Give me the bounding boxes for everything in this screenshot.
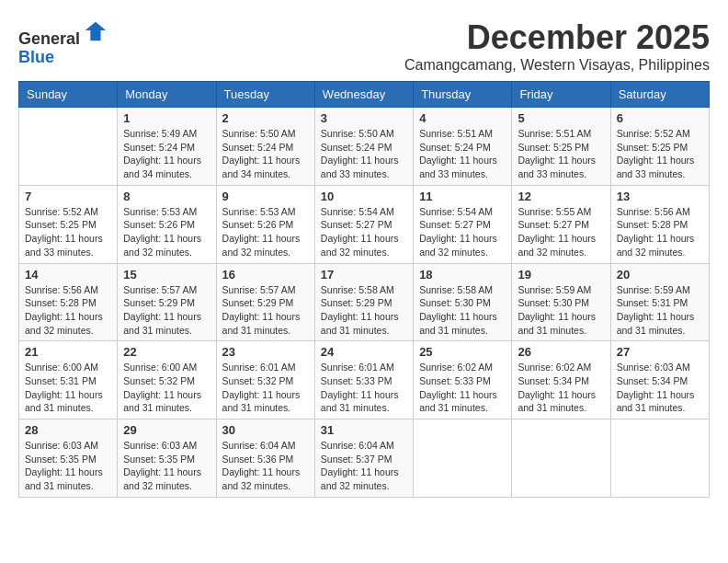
calendar-cell: 4Sunrise: 5:51 AM Sunset: 5:24 PM Daylig…: [414, 108, 512, 186]
day-number: 6: [617, 111, 703, 125]
day-info: Sunrise: 5:51 AM Sunset: 5:25 PM Dayligh…: [518, 127, 604, 181]
day-info: Sunrise: 5:51 AM Sunset: 5:24 PM Dayligh…: [419, 127, 506, 181]
day-number: 26: [518, 345, 604, 359]
day-info: Sunrise: 6:00 AM Sunset: 5:31 PM Dayligh…: [25, 361, 111, 415]
day-info: Sunrise: 6:04 AM Sunset: 5:36 PM Dayligh…: [222, 439, 309, 493]
calendar-cell: 10Sunrise: 5:54 AM Sunset: 5:27 PM Dayli…: [314, 185, 413, 263]
day-number: 1: [123, 111, 210, 125]
day-info: Sunrise: 5:53 AM Sunset: 5:26 PM Dayligh…: [123, 205, 210, 259]
day-number: 13: [617, 190, 703, 203]
day-number: 9: [222, 190, 309, 203]
calendar-cell: 26Sunrise: 6:02 AM Sunset: 5:34 PM Dayli…: [512, 341, 610, 419]
day-info: Sunrise: 5:56 AM Sunset: 5:28 PM Dayligh…: [617, 205, 703, 259]
day-info: Sunrise: 6:00 AM Sunset: 5:32 PM Dayligh…: [123, 361, 210, 415]
calendar-cell: 16Sunrise: 5:57 AM Sunset: 5:29 PM Dayli…: [216, 263, 314, 341]
calendar-cell: 7Sunrise: 5:52 AM Sunset: 5:25 PM Daylig…: [19, 185, 118, 263]
day-info: Sunrise: 6:04 AM Sunset: 5:37 PM Dayligh…: [321, 439, 407, 493]
day-info: Sunrise: 6:02 AM Sunset: 5:34 PM Dayligh…: [518, 361, 604, 415]
weekday-header: Monday: [118, 82, 216, 108]
day-info: Sunrise: 5:54 AM Sunset: 5:27 PM Dayligh…: [419, 205, 506, 259]
weekday-header: Tuesday: [216, 82, 314, 108]
calendar-cell: 9Sunrise: 5:53 AM Sunset: 5:26 PM Daylig…: [216, 185, 314, 263]
day-number: 28: [25, 423, 111, 437]
svg-marker-0: [85, 22, 106, 41]
calendar-cell: 5Sunrise: 5:51 AM Sunset: 5:25 PM Daylig…: [512, 108, 610, 186]
day-number: 19: [518, 268, 604, 282]
day-number: 30: [222, 423, 309, 437]
day-number: 3: [321, 111, 407, 125]
day-number: 4: [419, 111, 506, 125]
day-info: Sunrise: 6:03 AM Sunset: 5:35 PM Dayligh…: [123, 439, 210, 493]
calendar-cell: 24Sunrise: 6:01 AM Sunset: 5:33 PM Dayli…: [314, 341, 413, 419]
calendar-cell: 1Sunrise: 5:49 AM Sunset: 5:24 PM Daylig…: [118, 108, 216, 186]
weekday-header: Thursday: [414, 82, 512, 108]
calendar-cell: 25Sunrise: 6:02 AM Sunset: 5:33 PM Dayli…: [414, 341, 512, 419]
day-number: 31: [321, 423, 407, 437]
day-info: Sunrise: 5:53 AM Sunset: 5:26 PM Dayligh…: [222, 205, 309, 259]
day-number: 16: [222, 268, 309, 282]
day-number: 2: [222, 111, 309, 125]
location-title: Camangcamang, Western Visayas, Philippin…: [404, 57, 710, 74]
calendar-cell: 6Sunrise: 5:52 AM Sunset: 5:25 PM Daylig…: [610, 108, 709, 186]
logo-icon: [82, 18, 108, 44]
weekday-header: Wednesday: [314, 82, 413, 108]
logo: General Blue: [18, 18, 108, 67]
calendar-cell: 28Sunrise: 6:03 AM Sunset: 5:35 PM Dayli…: [19, 419, 118, 498]
day-number: 22: [123, 345, 210, 359]
calendar-cell: 2Sunrise: 5:50 AM Sunset: 5:24 PM Daylig…: [216, 108, 314, 186]
day-info: Sunrise: 5:55 AM Sunset: 5:27 PM Dayligh…: [518, 205, 604, 259]
calendar-cell: 27Sunrise: 6:03 AM Sunset: 5:34 PM Dayli…: [610, 341, 709, 419]
day-info: Sunrise: 5:50 AM Sunset: 5:24 PM Dayligh…: [321, 127, 407, 181]
day-info: Sunrise: 6:03 AM Sunset: 5:35 PM Dayligh…: [25, 439, 111, 493]
day-info: Sunrise: 5:58 AM Sunset: 5:30 PM Dayligh…: [419, 283, 506, 338]
day-number: 20: [617, 268, 703, 282]
day-info: Sunrise: 5:57 AM Sunset: 5:29 PM Dayligh…: [222, 283, 309, 338]
day-number: 25: [419, 345, 506, 359]
day-number: 7: [25, 190, 111, 203]
day-number: 21: [25, 345, 111, 359]
day-number: 24: [321, 345, 407, 359]
day-number: 29: [123, 423, 210, 437]
calendar-table: SundayMondayTuesdayWednesdayThursdayFrid…: [18, 81, 710, 498]
day-number: 23: [222, 345, 309, 359]
day-info: Sunrise: 5:49 AM Sunset: 5:24 PM Dayligh…: [123, 127, 210, 181]
calendar-cell: 12Sunrise: 5:55 AM Sunset: 5:27 PM Dayli…: [512, 185, 610, 263]
day-info: Sunrise: 5:52 AM Sunset: 5:25 PM Dayligh…: [617, 127, 703, 181]
logo-general: General: [18, 29, 80, 48]
day-number: 12: [518, 190, 604, 203]
month-title: December 2025: [404, 18, 710, 57]
day-number: 5: [518, 111, 604, 125]
day-info: Sunrise: 5:59 AM Sunset: 5:30 PM Dayligh…: [518, 283, 604, 338]
day-info: Sunrise: 5:50 AM Sunset: 5:24 PM Dayligh…: [222, 127, 309, 181]
day-info: Sunrise: 5:56 AM Sunset: 5:28 PM Dayligh…: [25, 283, 111, 338]
calendar-cell: 17Sunrise: 5:58 AM Sunset: 5:29 PM Dayli…: [314, 263, 413, 341]
day-number: 18: [419, 268, 506, 282]
calendar-cell: 31Sunrise: 6:04 AM Sunset: 5:37 PM Dayli…: [314, 419, 413, 498]
day-info: Sunrise: 6:03 AM Sunset: 5:34 PM Dayligh…: [617, 361, 703, 415]
calendar-cell: [512, 419, 610, 498]
day-number: 15: [123, 268, 210, 282]
day-info: Sunrise: 5:57 AM Sunset: 5:29 PM Dayligh…: [123, 283, 210, 338]
calendar-cell: 14Sunrise: 5:56 AM Sunset: 5:28 PM Dayli…: [19, 263, 118, 341]
day-info: Sunrise: 6:01 AM Sunset: 5:33 PM Dayligh…: [321, 361, 407, 415]
day-info: Sunrise: 5:58 AM Sunset: 5:29 PM Dayligh…: [321, 283, 407, 338]
weekday-header: Sunday: [19, 82, 118, 108]
day-info: Sunrise: 5:52 AM Sunset: 5:25 PM Dayligh…: [25, 205, 111, 259]
day-info: Sunrise: 6:01 AM Sunset: 5:32 PM Dayligh…: [222, 361, 309, 415]
calendar-cell: 22Sunrise: 6:00 AM Sunset: 5:32 PM Dayli…: [118, 341, 216, 419]
day-number: 14: [25, 268, 111, 282]
calendar-cell: 13Sunrise: 5:56 AM Sunset: 5:28 PM Dayli…: [610, 185, 709, 263]
weekday-header: Saturday: [610, 82, 709, 108]
calendar-cell: 23Sunrise: 6:01 AM Sunset: 5:32 PM Dayli…: [216, 341, 314, 419]
calendar-cell: 15Sunrise: 5:57 AM Sunset: 5:29 PM Dayli…: [118, 263, 216, 341]
day-number: 27: [617, 345, 703, 359]
page-header: General Blue December 2025 Camangcamang,…: [18, 18, 710, 74]
calendar-cell: 19Sunrise: 5:59 AM Sunset: 5:30 PM Dayli…: [512, 263, 610, 341]
calendar-cell: 29Sunrise: 6:03 AM Sunset: 5:35 PM Dayli…: [118, 419, 216, 498]
calendar-cell: 20Sunrise: 5:59 AM Sunset: 5:31 PM Dayli…: [610, 263, 709, 341]
calendar-cell: [414, 419, 512, 498]
calendar-cell: 30Sunrise: 6:04 AM Sunset: 5:36 PM Dayli…: [216, 419, 314, 498]
calendar-cell: 18Sunrise: 5:58 AM Sunset: 5:30 PM Dayli…: [414, 263, 512, 341]
day-number: 17: [321, 268, 407, 282]
day-number: 8: [123, 190, 210, 203]
